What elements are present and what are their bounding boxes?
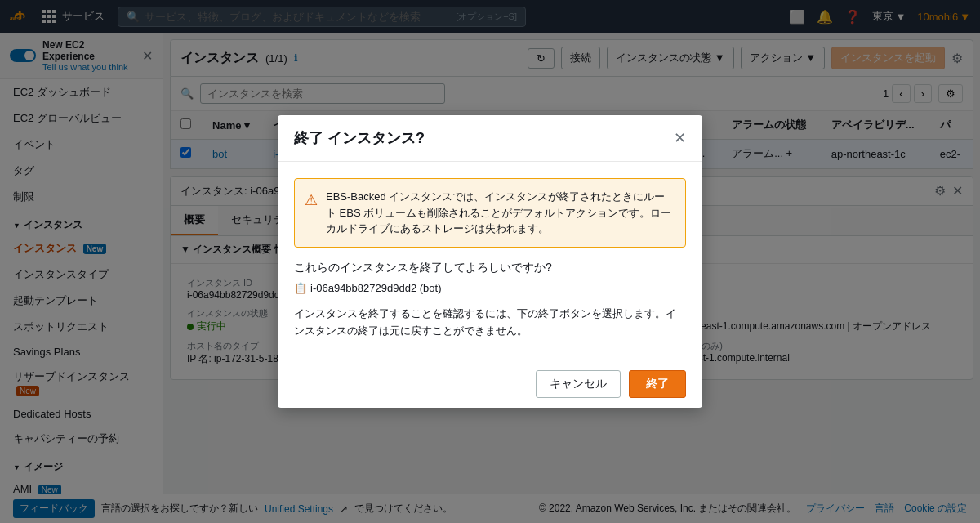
- warning-box: ⚠ EBS-Backed インスタンスでは、インスタンスが終了されたときにルート…: [294, 178, 686, 248]
- modal-title: 終了 インスタンス?: [294, 128, 425, 148]
- modal-confirm-text: インスタンスを終了することを確認するには、下の終了ボタンを選択します。インスタン…: [294, 306, 686, 340]
- modal-close-button[interactable]: ✕: [674, 129, 686, 147]
- instance-label: i-06a94bb82729d9dd2 (bot): [310, 282, 441, 294]
- terminate-modal: 終了 インスタンス? ✕ ⚠ EBS-Backed インスタンスでは、インスタン…: [278, 115, 702, 407]
- warning-icon: ⚠: [305, 190, 318, 237]
- modal-header: 終了 インスタンス? ✕: [278, 115, 702, 162]
- terminate-button[interactable]: 終了: [629, 370, 686, 398]
- cancel-button[interactable]: キャンセル: [536, 370, 621, 398]
- warning-text: EBS-Backed インスタンスでは、インスタンスが終了されたときにルート E…: [326, 189, 675, 237]
- modal-question: これらのインスタンスを終了してよろしいですか?: [294, 261, 686, 275]
- instance-badge: 📋 i-06a94bb82729d9dd2 (bot): [294, 282, 441, 294]
- modal-overlay: 終了 インスタンス? ✕ ⚠ EBS-Backed インスタンスでは、インスタン…: [0, 0, 980, 523]
- modal-body: ⚠ EBS-Backed インスタンスでは、インスタンスが終了されたときにルート…: [278, 162, 702, 359]
- copy-icon: 📋: [294, 282, 307, 294]
- modal-footer: キャンセル 終了: [278, 360, 702, 408]
